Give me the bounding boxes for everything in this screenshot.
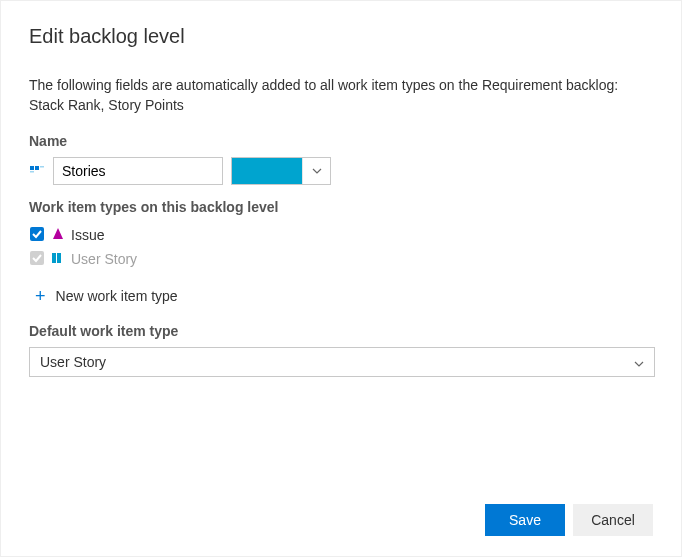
default-type-label: Default work item type bbox=[29, 323, 653, 339]
name-row bbox=[29, 157, 653, 185]
chevron-down-icon bbox=[634, 354, 644, 370]
name-label: Name bbox=[29, 133, 653, 149]
svg-rect-4 bbox=[30, 227, 44, 241]
new-work-item-type-label: New work item type bbox=[56, 288, 178, 304]
color-swatch bbox=[232, 158, 302, 184]
edit-backlog-level-dialog: Edit backlog level The following fields … bbox=[1, 1, 681, 377]
dialog-title: Edit backlog level bbox=[29, 25, 653, 48]
svg-rect-6 bbox=[52, 253, 56, 263]
svg-rect-7 bbox=[57, 253, 61, 263]
issue-icon bbox=[51, 227, 65, 244]
default-type-value: User Story bbox=[40, 354, 106, 370]
cancel-button[interactable]: Cancel bbox=[573, 504, 653, 536]
svg-rect-0 bbox=[30, 166, 34, 170]
backlog-level-icon bbox=[29, 163, 45, 179]
work-item-type-label: Issue bbox=[71, 227, 104, 243]
svg-rect-2 bbox=[40, 166, 44, 168]
checkbox-icon[interactable] bbox=[29, 226, 45, 245]
svg-rect-1 bbox=[35, 166, 39, 170]
user-story-icon bbox=[51, 251, 65, 268]
svg-rect-3 bbox=[30, 171, 34, 173]
new-work-item-type-button[interactable]: + New work item type bbox=[29, 277, 653, 323]
svg-rect-5 bbox=[30, 251, 44, 265]
name-input[interactable] bbox=[53, 157, 223, 185]
dialog-description: The following fields are automatically a… bbox=[29, 76, 653, 115]
work-item-type-row: Issue bbox=[29, 223, 653, 247]
color-picker[interactable] bbox=[231, 157, 331, 185]
work-item-types-label: Work item types on this backlog level bbox=[29, 199, 653, 215]
work-item-type-list: Issue User Story bbox=[29, 223, 653, 271]
plus-icon: + bbox=[35, 287, 46, 305]
dialog-footer: Save Cancel bbox=[485, 504, 653, 536]
save-button[interactable]: Save bbox=[485, 504, 565, 536]
default-type-select[interactable]: User Story bbox=[29, 347, 655, 377]
work-item-type-row: User Story bbox=[29, 247, 653, 271]
work-item-type-label: User Story bbox=[71, 251, 137, 267]
chevron-down-icon[interactable] bbox=[302, 158, 330, 184]
checkbox-icon bbox=[29, 250, 45, 269]
